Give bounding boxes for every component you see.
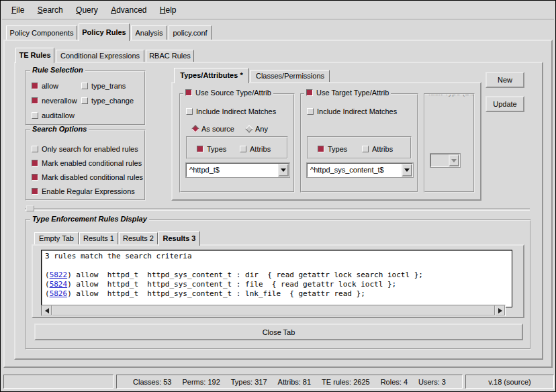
checkbox-indicator [307, 108, 314, 115]
chevron-down-icon[interactable] [402, 164, 412, 177]
rule-id-link[interactable]: 5826 [50, 289, 68, 298]
tab-policy-components[interactable]: Policy Components [6, 26, 77, 40]
checkbox-target-indirect[interactable]: Include Indirect Matches [307, 107, 397, 116]
checkbox-source-indirect[interactable]: Include Indirect Matches [186, 107, 276, 116]
pane-sash-line [25, 208, 530, 211]
status-cell-left [3, 375, 113, 389]
menu-advanced[interactable]: Advanced [105, 2, 152, 15]
checkbox-indicator [318, 146, 324, 152]
radio-label: Any [255, 125, 268, 133]
paren: ( [45, 280, 50, 289]
update-button[interactable]: Update [485, 96, 524, 112]
rule-text: ) allow httpd_t httpd_sys_content_t : ln… [67, 289, 365, 298]
pane-sash-grip[interactable] [26, 205, 34, 211]
menu-query[interactable]: Query [71, 2, 103, 15]
tab-rbac-rules[interactable]: RBAC Rules [146, 50, 194, 62]
rule-selection-group: Rule Selection allow neverallow auditall… [25, 70, 146, 126]
rule-selection-title: Rule Selection [30, 66, 85, 74]
checkbox-indicator [197, 146, 203, 152]
checkbox-indicator [32, 146, 38, 152]
default-type-group: fault Type (Disa [424, 93, 475, 193]
rule-line: (5822) allow httpd_t httpd_sys_content_t… [45, 271, 508, 280]
checkbox-indicator [81, 97, 88, 104]
radio-as-source[interactable]: As source [193, 124, 234, 134]
checkbox-only-enabled-rules[interactable]: Only search for enabled rules [32, 144, 138, 154]
tab-analysis[interactable]: Analysis [131, 26, 167, 40]
menu-file[interactable]: File [6, 2, 30, 15]
tab-results-2[interactable]: Results 2 [119, 232, 158, 244]
stat-users: Users: 3 [418, 378, 446, 386]
target-group-title: Use Target Type/Attrib [316, 89, 389, 97]
checkbox-neverallow[interactable]: neverallow [32, 96, 77, 105]
checkbox-mark-enabled-conditional[interactable]: Mark enabled conditional rules [32, 158, 142, 168]
checkbox-type-trans[interactable]: type_trans [81, 81, 126, 91]
rule-id-link[interactable]: 5822 [50, 271, 68, 279]
tab-empty-tab[interactable]: Empty Tab [34, 232, 79, 244]
search-options-group: Search Options Only search for enabled r… [25, 130, 146, 201]
stat-te-rules: TE rules: 2625 [322, 378, 370, 386]
checkbox-allow[interactable]: allow [32, 81, 58, 91]
checkbox-enable-regex[interactable]: Enable Regular Expressions [32, 187, 135, 196]
scroll-right-icon[interactable] [495, 305, 505, 315]
target-combo-value: ^httpd_sys_content_t$ [310, 166, 400, 174]
close-tab-button[interactable]: Close Tab [34, 324, 523, 340]
target-group-header[interactable]: Use Target Type/Attrib [304, 89, 391, 97]
tab-conditional-expressions[interactable]: Conditional Expressions [56, 50, 144, 62]
tab-types-attributes[interactable]: Types/Attributes * [174, 68, 249, 83]
checkbox-label: Types [328, 145, 347, 153]
stat-attribs: Attribs: 81 [278, 378, 312, 386]
checkbox-target-types[interactable]: Types [318, 144, 347, 154]
target-type-combobox[interactable]: ^httpd_sys_content_t$ [307, 163, 413, 177]
tab-policy-conf[interactable]: policy.conf [169, 26, 212, 40]
chevron-down-icon[interactable] [278, 164, 289, 177]
radio-indicator [245, 125, 252, 132]
checkbox-indicator [32, 97, 38, 104]
tab-policy-rules[interactable]: Policy Rules [79, 23, 130, 41]
source-type-combobox[interactable]: ^httpd_t$ [186, 163, 289, 177]
rule-id-link[interactable]: 5824 [50, 280, 68, 289]
status-cell-stats: Classes: 53 Perms: 192 Types: 317 Attrib… [116, 375, 463, 389]
checkbox-target-attribs[interactable]: Attribs [362, 144, 393, 154]
scroll-left-icon[interactable] [42, 305, 52, 315]
checkbox-source-attribs[interactable]: Attribs [240, 144, 271, 154]
checkbox-label: Types [207, 145, 226, 153]
checkbox-label: allow [42, 82, 58, 90]
source-group-header[interactable]: Use Source Type/Attrib [183, 89, 273, 97]
checkbox-indicator [32, 174, 38, 181]
checkbox-label: Attribs [250, 145, 271, 153]
rule-line: (5826) allow httpd_t httpd_sys_content_t… [45, 289, 508, 299]
menu-help[interactable]: Help [154, 2, 182, 15]
menu-search[interactable]: Search [32, 2, 68, 15]
tab-te-rules[interactable]: TE Rules [15, 48, 54, 63]
checkbox-indicator [306, 89, 313, 96]
radio-any[interactable]: Any [246, 124, 268, 134]
scrollbar-thumb[interactable] [52, 305, 495, 315]
paren: ( [45, 289, 50, 298]
checkbox-auditallow[interactable]: auditallow [32, 111, 75, 120]
tab-classes-permissions[interactable]: Classes/Permissions [250, 70, 330, 82]
results-summary: 3 rules match the search criteria [45, 252, 508, 261]
status-cell-version: v.18 (source) [465, 375, 554, 389]
stat-perms: Perms: 192 [183, 378, 220, 386]
horizontal-scrollbar[interactable] [41, 305, 506, 316]
checkbox-indicator [185, 89, 192, 96]
checkbox-mark-disabled-conditional[interactable]: Mark disabled conditional rules [32, 173, 143, 182]
checkbox-source-types[interactable]: Types [197, 144, 226, 154]
search-options-title: Search Options [30, 125, 89, 133]
checkbox-label: Mark enabled conditional rules [42, 159, 142, 167]
source-combo-value: ^httpd_t$ [189, 166, 277, 174]
checkbox-label: type_change [91, 97, 134, 105]
checkbox-label: neverallow [42, 97, 77, 105]
results-text-area[interactable]: 3 rules match the search criteria (5822)… [41, 250, 512, 307]
tab-results-3[interactable]: Results 3 [158, 231, 200, 246]
source-type-group: Use Source Type/Attrib Include Indirect … [179, 93, 295, 193]
checkbox-type-change[interactable]: type_change [81, 96, 134, 105]
app-window: File Search Query Advanced Help Policy C… [0, 0, 556, 392]
new-button[interactable]: New [485, 72, 524, 88]
default-type-combobox-disabled [430, 154, 460, 167]
menu-bar: File Search Query Advanced Help [2, 2, 554, 20]
results-group-title: Type Enforcement Rules Display [30, 215, 149, 223]
target-type-group: Use Target Type/Attrib Include Indirect … [300, 93, 418, 193]
checkbox-indicator [32, 83, 38, 89]
tab-results-1[interactable]: Results 1 [79, 232, 118, 244]
